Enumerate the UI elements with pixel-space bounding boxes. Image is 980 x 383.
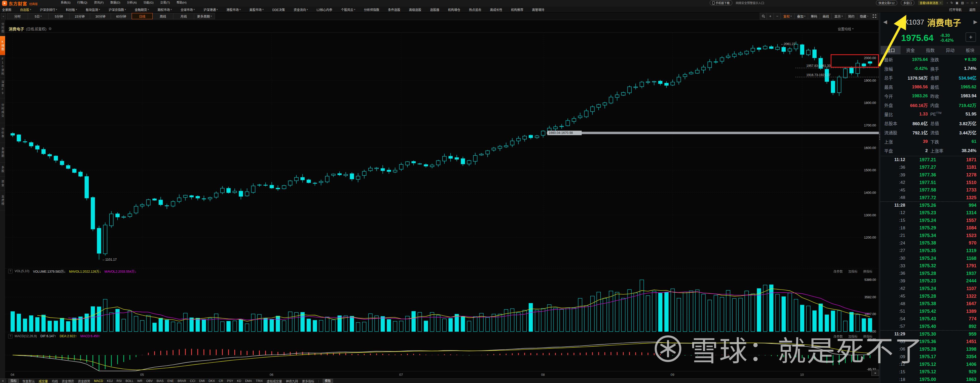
nav-link-返回[interactable]: 返回 xyxy=(969,8,975,12)
indicator-tab-BRAR[interactable]: BRAR xyxy=(178,379,186,383)
nav-item-科创板[interactable]: 科创板▾ xyxy=(66,8,77,12)
indicator-tab-KD[interactable]: KD xyxy=(237,379,241,383)
fullscreen-icon[interactable] xyxy=(871,13,878,19)
sidebar-item-深度F9[interactable]: 深度F9 xyxy=(0,78,5,98)
indicator-tab-OBV[interactable]: OBV xyxy=(146,379,153,383)
nav-item-选股器[interactable]: 选股器 xyxy=(430,8,439,12)
zoom-in-button[interactable]: + xyxy=(767,13,774,19)
quote-tab-指数[interactable]: 指数 xyxy=(920,46,940,54)
minimize-icon[interactable]: ─ xyxy=(966,1,969,5)
collapse-icon[interactable]: « xyxy=(1,13,6,19)
indicator-tab-恢复默认[interactable]: 恢复默认 xyxy=(22,379,35,383)
hamburger-icon[interactable]: ≡ xyxy=(0,379,6,383)
nav-item-全球市场[interactable]: 全球市场▾ xyxy=(181,8,195,12)
sidebar-item-多股[interactable]: 多股 xyxy=(0,162,5,176)
indicator-tab-资金趋势[interactable]: 资金趋势 xyxy=(78,379,90,383)
nav-item-高级选股[interactable]: 高级选股 xyxy=(409,8,422,12)
indicator-tab-MACD[interactable]: MACD xyxy=(94,379,103,383)
tool-画线[interactable]: 画线 xyxy=(820,13,832,19)
multi-window-button[interactable]: 多窗口 xyxy=(901,0,915,5)
nav-item-板块监测[interactable]: 板块监测▾ xyxy=(86,8,100,12)
nav-item-自选股[interactable]: 自选股▾ xyxy=(20,8,31,12)
nav-item-金融期货[interactable]: 金融期货▾ xyxy=(135,8,149,12)
nav-item-DDE决策[interactable]: DDE决策 xyxy=(272,8,285,12)
period-tab-周线[interactable]: 周线 xyxy=(153,13,173,19)
layout-icon[interactable]: ▣ xyxy=(956,1,958,5)
period-tab-30分钟[interactable]: 30分钟 xyxy=(90,13,111,19)
indicator-tab-模板[interactable]: 模板 xyxy=(323,379,333,383)
tool-复权[interactable]: 复权▾ xyxy=(781,13,795,19)
expand-panel-button[interactable]: » xyxy=(872,370,879,376)
nav-item-高管增持[interactable]: 高管增持 xyxy=(532,8,544,12)
indicator-tab-BOLL[interactable]: BOLL xyxy=(126,379,134,383)
nav-item-资金流向[interactable]: 资金流向▾ xyxy=(294,8,308,12)
nav-item-条件选股[interactable]: 条件选股 xyxy=(388,8,400,12)
nav-item-热点追击[interactable]: 热点追击 xyxy=(469,8,481,12)
indicator-tab-资金博弈[interactable]: 资金博弈 xyxy=(62,379,74,383)
period-tab-更多周期[interactable]: 更多周期▾ xyxy=(194,13,215,19)
indicator-tab-PSY[interactable]: PSY xyxy=(227,379,233,383)
nav-item-分析师指数[interactable]: 分析师指数 xyxy=(364,8,379,12)
drag-handle-icon[interactable] xyxy=(879,133,880,141)
nav-item-全景图[interactable]: 全景图 xyxy=(2,8,11,12)
nav-item-个股风云[interactable]: 个股风云▾ xyxy=(341,8,355,12)
sidebar-item-F10资料[interactable]: F10资料 xyxy=(0,55,5,78)
indicator-tab-成交量[interactable]: 成交量 xyxy=(39,379,48,383)
skin-icon[interactable]: ▫ xyxy=(947,1,948,5)
quick-trade-button[interactable]: 快速交易F12 xyxy=(876,0,897,5)
menu-item[interactable]: 资讯(F) xyxy=(94,0,104,4)
tool-隐藏[interactable]: 隐藏» xyxy=(857,13,871,19)
indicator-tab-BIAS[interactable]: BIAS xyxy=(156,379,164,383)
macd-link-改参数[interactable]: 改参数 xyxy=(834,334,843,339)
nav-item-沪深京排行[interactable]: 沪深京排行▾ xyxy=(40,8,57,12)
add-to-watchlist-button[interactable]: + xyxy=(966,32,976,42)
chart-canvas[interactable]: 040506070809102000.001900.001800.001700.… xyxy=(5,20,879,378)
quote-tab-板块[interactable]: 板块 xyxy=(960,46,980,54)
nav-item-期权市场[interactable]: 期权市场▾ xyxy=(158,8,172,12)
new-messages-notice[interactable]: 查看5条新消息× xyxy=(918,0,943,5)
sidebar-item-龙虎榜[interactable]: 龙虎榜 xyxy=(0,191,5,210)
nav-item-L2核心内参[interactable]: L2核心内参 xyxy=(317,8,332,12)
indicator-tab-DKX[interactable]: DKX xyxy=(208,379,215,383)
indicator-tab-CR[interactable]: CR xyxy=(219,379,223,383)
menu-item[interactable]: 分析(A) xyxy=(127,0,137,4)
sidebar-item-K线图[interactable]: K线图 xyxy=(0,36,5,55)
refresh-icon[interactable]: ↻ xyxy=(950,1,953,5)
macd-link-换指标[interactable]: 换指标 xyxy=(863,334,872,339)
indicator-tab-KDJ[interactable]: KDJ xyxy=(107,379,113,383)
prev-stock-icon[interactable]: ◀ xyxy=(883,19,887,25)
help-icon[interactable]: ? xyxy=(8,334,13,339)
kline-chart[interactable]: 040506070809102000.001900.001800.001700.… xyxy=(5,20,879,378)
nav-item-高成长性[interactable]: 高成长性 xyxy=(490,8,502,12)
phone-download-button[interactable]: 手机版下载 xyxy=(710,0,732,5)
menu-item[interactable]: 帮助(H) xyxy=(177,0,186,4)
nav-item-机构推荐[interactable]: 机构推荐 xyxy=(511,8,523,12)
menu-item[interactable]: 数据(D) xyxy=(110,0,120,4)
menu-item[interactable]: 交易(T) xyxy=(160,0,170,4)
next-stock-icon[interactable]: ▶ xyxy=(974,19,977,25)
menu-item[interactable]: 行情(Q) xyxy=(77,0,88,4)
quote-tab-异动[interactable]: 异动 xyxy=(940,46,960,54)
nav-item-美股市场[interactable]: 美股市场▾ xyxy=(249,8,264,12)
period-tab-60分钟[interactable]: 60分钟 xyxy=(111,13,132,19)
vol-link-改参数[interactable]: 改参数 xyxy=(834,269,843,273)
indicator-tab-更多指标[interactable]: 更多指标 xyxy=(302,379,314,383)
nav-link-打开导航[interactable]: 打开导航 xyxy=(949,8,962,12)
vol-link-加指标[interactable]: 加指标 xyxy=(848,269,858,273)
tool-筹码[interactable]: 筹码 xyxy=(808,13,820,19)
quote-tab-盘口[interactable]: 盘口 xyxy=(881,46,900,54)
indicator-tab-CCI[interactable]: CCI xyxy=(190,379,196,383)
period-tab-日线[interactable]: 日线 xyxy=(132,13,153,19)
zoom-out-button[interactable]: − xyxy=(774,13,781,19)
menu-item[interactable]: 系统(S) xyxy=(61,0,70,4)
sidebar-item-分时成交[interactable]: 分时成交 xyxy=(0,98,5,123)
magnifier-icon[interactable] xyxy=(760,13,767,19)
gear-icon[interactable]: ⚙ xyxy=(48,27,52,31)
tool-简约[interactable]: 简约 xyxy=(846,13,857,19)
help-icon[interactable]: ? xyxy=(8,269,13,273)
tick-list[interactable]: 11:121977.211871:361977.271181:391977.36… xyxy=(881,156,980,383)
ma-settings-dropdown[interactable]: 设置均线▾ xyxy=(838,26,879,31)
tool-叠加[interactable]: 叠加▾ xyxy=(795,13,808,19)
vol-link-换指标[interactable]: 换指标 xyxy=(863,269,872,273)
close-icon[interactable]: × xyxy=(976,1,977,5)
